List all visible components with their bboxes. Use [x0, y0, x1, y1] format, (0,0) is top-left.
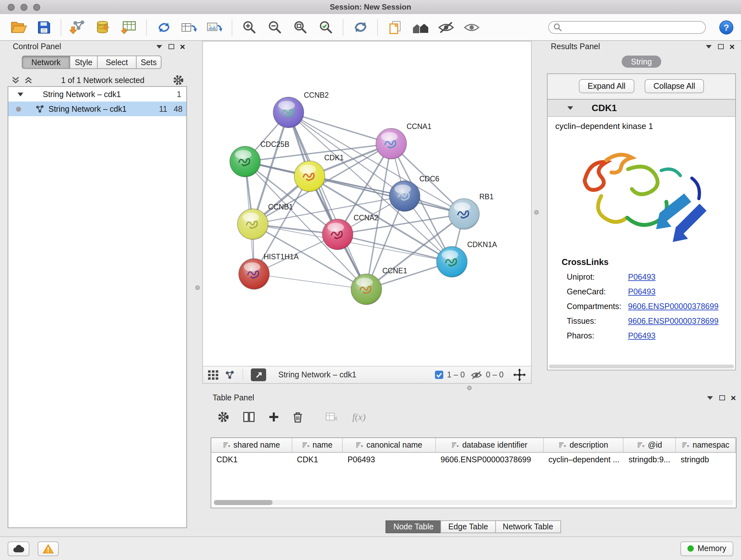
network-edge[interactable] — [288, 112, 391, 144]
refresh-layout-button[interactable] — [350, 17, 371, 38]
horizontal-scrollbar[interactable] — [214, 500, 733, 505]
zoom-in-button[interactable] — [239, 17, 260, 38]
section-disclosure-icon[interactable] — [567, 105, 574, 111]
cloud-sync-button[interactable] — [8, 541, 29, 556]
column-header[interactable]: database identifier — [435, 438, 543, 452]
panel-collapse-icon[interactable] — [706, 395, 714, 400]
column-header[interactable]: canonical name — [342, 438, 435, 452]
panel-close-icon[interactable]: × — [731, 395, 736, 401]
column-label: canonical name — [366, 441, 422, 449]
open-file-button[interactable] — [8, 17, 29, 38]
zoom-out-button[interactable] — [264, 17, 285, 38]
crosslink-link[interactable]: P06493 — [628, 287, 656, 296]
gene-section-header[interactable]: CDK1 — [548, 100, 735, 117]
network-edge[interactable] — [288, 112, 366, 289]
warnings-button[interactable] — [38, 541, 59, 556]
column-header[interactable]: name — [292, 438, 342, 452]
column-header[interactable]: shared name — [211, 438, 292, 452]
cell-shared-name[interactable]: CDK1 — [211, 452, 292, 467]
cell-id[interactable]: stringdb:9... — [623, 452, 676, 467]
tab-node-table[interactable]: Node Table — [386, 520, 441, 533]
tab-edge-table[interactable]: Edge Table — [441, 520, 496, 533]
expand-all-icon[interactable] — [24, 76, 32, 84]
cell-namespace[interactable]: stringdb — [676, 452, 736, 467]
crosslink-link[interactable]: 9606.ENSP00000378699 — [628, 302, 719, 311]
network-edge[interactable] — [254, 274, 366, 289]
eye-slash-small-icon[interactable] — [470, 370, 482, 380]
grid-view-icon[interactable] — [208, 370, 219, 380]
cell-description[interactable]: cyclin–dependent ... — [543, 452, 623, 467]
crosslink-link[interactable]: 9606.ENSP00000378699 — [628, 317, 719, 326]
cell-canonical-name[interactable]: P06493 — [342, 452, 435, 467]
left-splitter-handle[interactable] — [195, 286, 200, 290]
network-arrows-button[interactable] — [153, 17, 174, 38]
panel-collapse-icon[interactable] — [705, 44, 712, 49]
show-columns-icon[interactable] — [243, 412, 255, 422]
bottom-splitter-handle[interactable] — [467, 386, 472, 390]
save-session-button[interactable] — [33, 17, 54, 38]
import-network-from-database-button[interactable] — [93, 17, 114, 38]
panel-close-icon[interactable]: × — [180, 44, 185, 50]
export-table-button[interactable] — [179, 17, 200, 38]
table-row[interactable]: CDK1 CDK1 P06493 9606.ENSP00000378699 cy… — [211, 452, 736, 467]
hide-graphics-details-button[interactable] — [435, 17, 456, 38]
crosslink-row: Compartments: 9606.ENSP00000378699 — [567, 302, 735, 311]
panel-collapse-icon[interactable] — [156, 44, 163, 49]
panel-close-icon[interactable]: × — [730, 44, 735, 50]
tab-select[interactable]: Select — [97, 56, 137, 69]
panel-float-icon[interactable] — [169, 44, 174, 49]
export-view-button[interactable] — [251, 368, 266, 381]
collapse-all-icon[interactable] — [11, 76, 20, 84]
results-scrollbar[interactable] — [549, 365, 734, 368]
string-tab-badge[interactable]: String — [621, 56, 661, 68]
collapse-all-button[interactable]: Collapse All — [645, 79, 704, 93]
tab-network[interactable]: Network — [22, 56, 70, 69]
expand-all-button[interactable]: Expand All — [579, 79, 634, 93]
minimize-window-button[interactable] — [20, 3, 27, 10]
show-graphics-details-button[interactable] — [461, 17, 482, 38]
copy-document-button[interactable] — [384, 17, 405, 38]
toolbar-search[interactable] — [548, 21, 706, 34]
network-statusbar: String Network – cdk1 1 – 0 0 – 0 — [203, 366, 531, 383]
network-canvas[interactable]: CCNB2CCNA1CDC25BCDK1CDC6RB1CCNB1CCNA2CDK… — [203, 42, 531, 366]
help-button[interactable]: ? — [719, 20, 733, 34]
memory-button[interactable]: Memory — [680, 541, 733, 556]
disclosure-triangle-icon[interactable] — [17, 91, 23, 97]
search-input[interactable] — [565, 22, 701, 32]
tab-sets[interactable]: Sets — [136, 56, 161, 69]
panel-float-icon[interactable] — [718, 44, 724, 49]
network-view[interactable]: CCNB2CCNA1CDC25BCDK1CDC6RB1CCNB1CCNA2CDK… — [202, 41, 532, 384]
export-image-button[interactable] — [204, 17, 225, 38]
scrollbar-thumb[interactable] — [214, 500, 273, 505]
table-settings-gear-icon[interactable] — [218, 411, 229, 423]
crosslink-link[interactable]: P06493 — [628, 331, 656, 340]
zoom-fit-button[interactable] — [290, 17, 311, 38]
column-header[interactable]: description — [543, 438, 623, 452]
tab-style[interactable]: Style — [70, 56, 98, 69]
tab-network-table[interactable]: Network Table — [495, 520, 561, 533]
import-table-from-file-button[interactable] — [119, 17, 140, 38]
network-collection-row[interactable]: String Network – cdk1 1 — [8, 87, 186, 102]
zoom-selected-button[interactable] — [315, 17, 336, 38]
network-edge[interactable] — [310, 176, 464, 214]
column-header[interactable]: @id — [623, 438, 676, 452]
right-splitter-handle[interactable] — [534, 210, 539, 214]
gear-icon[interactable] — [173, 75, 184, 85]
network-overview-button[interactable] — [410, 17, 431, 38]
share-view-icon[interactable] — [225, 370, 235, 380]
column-header[interactable]: namespac — [676, 438, 736, 452]
cell-database-identifier[interactable]: 9606.ENSP00000378699 — [435, 452, 543, 467]
cell-name[interactable]: CDK1 — [292, 452, 342, 467]
checkbox-icon[interactable] — [435, 370, 444, 379]
network-row[interactable]: String Network – cdk1 11 48 — [8, 102, 186, 116]
pan-crosshair-icon[interactable] — [513, 368, 526, 381]
node-label: CDK1 — [324, 153, 344, 162]
delete-trash-icon[interactable] — [293, 412, 302, 422]
panel-float-icon[interactable] — [719, 395, 725, 400]
add-column-icon[interactable] — [269, 412, 279, 422]
close-window-button[interactable] — [8, 3, 15, 10]
import-network-from-file-button[interactable] — [68, 17, 89, 38]
maximize-window-button[interactable] — [33, 3, 40, 10]
crosslink-link[interactable]: P06493 — [628, 273, 656, 282]
main-toolbar: ? — [0, 14, 741, 41]
